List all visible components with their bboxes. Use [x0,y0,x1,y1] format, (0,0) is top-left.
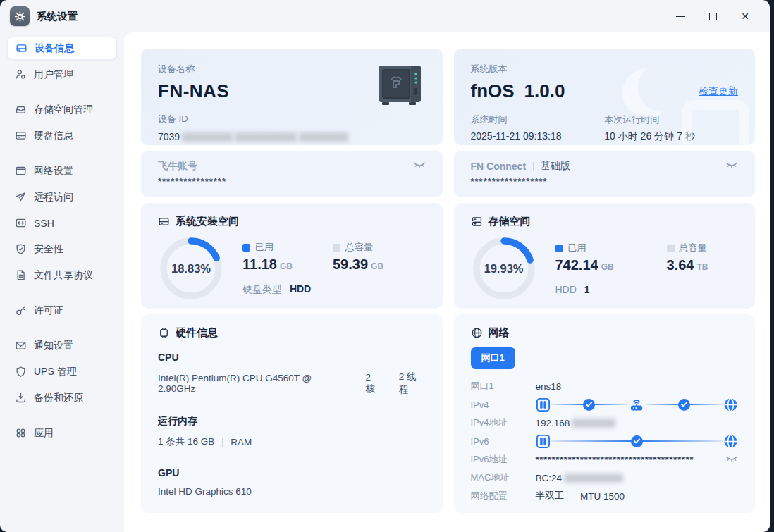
check-icon [583,399,595,411]
storage-space-percent: 19.93% [471,235,537,302]
sidebar-item-device-info[interactable]: 设备信息 [7,37,117,60]
masked-segment [235,132,297,142]
sidebar-item-ssh[interactable]: SSH [7,211,117,235]
sidebar-item-user-management[interactable]: 用户管理 [7,63,117,86]
sidebar-item-label: 许可证 [34,304,63,317]
sidebar-item-security[interactable]: 安全性 [7,237,117,261]
gear-app-icon [10,6,30,26]
device-id-label: 设备 ID [158,113,426,125]
sidebar-item-apps[interactable]: 应用 [7,421,117,445]
fn-connect-card: FN Connect 基础版 ****************** [454,151,756,197]
system-version-card: 系统版本 fnOS 1.0.0 检查更新 系统时间 2025-11-21 09:… [454,49,756,145]
feiniu-account-card: 飞牛账号 **************** [141,151,443,197]
link-segment [642,440,723,443]
maximize-icon [709,13,717,20]
license-icon [14,304,27,317]
eye-closed-icon[interactable] [725,454,738,466]
minimize-button[interactable] [664,6,696,27]
sidebar-item-network-settings[interactable]: 网络设置 [7,159,117,183]
sidebar-item-remote-access[interactable]: 远程访问 [7,185,117,209]
system-version-label: 系统版本 [471,63,739,75]
eye-closed-icon[interactable] [413,160,426,173]
masked-segment [572,419,615,428]
ipv4-topology-row: IPv4 [471,395,739,414]
gpu-label: GPU [158,467,426,478]
hardware-title: 硬件信息 [176,326,218,340]
title-bar: 系统设置 ✕ [0,0,770,32]
storage-management-icon [14,104,27,116]
sidebar-item-label: 远程访问 [34,191,73,204]
sidebar-item-notification-settings[interactable]: 通知设置 [7,334,117,357]
system-space-title: 系统安装空间 [176,215,239,228]
ipv6-address-label: IPv6地址 [471,453,536,466]
check-icon [631,435,643,447]
memory-label: 运行内存 [158,415,426,428]
decorative-crescent [622,68,672,118]
storage-space-donut: 19.93% [471,235,537,302]
sidebar: 设备信息 用户管理 存储空间管理 硬盘信息 网络设置 远程访问 [0,32,124,532]
nas-node-icon [536,397,551,412]
feiniu-account-label: 飞牛账号 [158,160,197,173]
sidebar-item-label: 设备信息 [35,42,74,55]
storage-space-card: 存储空间 19.93% 已用 742.14 [454,203,756,309]
sidebar-item-label: 硬盘信息 [34,130,73,142]
used-legend-swatch [555,245,563,252]
sidebar-item-backup-restore[interactable]: 备份和还原 [7,386,117,409]
nas-device-illustration [376,64,424,111]
link-segment [551,440,632,443]
total-label: 总容量 [345,241,373,254]
total-legend-swatch [333,244,340,252]
check-update-link[interactable]: 检查更新 [699,85,738,98]
ups-icon [14,366,27,378]
network-config-row: 网络配置 半双工 MTU 1500 [471,487,739,505]
link-segment [645,404,679,406]
internet-globe-icon [723,397,738,412]
used-value: 742.14 [555,257,598,273]
ipv6-label: IPv6 [471,436,536,447]
close-button[interactable]: ✕ [729,6,761,27]
cpu-label: CPU [158,352,426,363]
total-unit: TB [696,262,708,272]
sidebar-item-license[interactable]: 许可证 [7,299,117,322]
eye-closed-icon[interactable] [725,160,738,173]
file-sharing-icon [14,269,27,282]
disk-type-label: 硬盘类型 [242,283,282,295]
sidebar-item-file-sharing[interactable]: 文件共享协议 [7,264,117,287]
system-time-value: 2025-11-21 09:13:18 [471,130,605,142]
disk-type-value: HDD [290,283,311,295]
sidebar-item-label: 用户管理 [34,68,73,81]
fn-connect-tier: 基础版 [541,160,570,173]
device-info-card: 设备名称 FN-NAS 设备 ID 7039 [141,49,443,145]
ipv4-address-value: 192.168 [536,418,739,428]
decorative-shape [682,100,749,145]
divider [391,379,391,388]
ipv6-address-row: IPv6地址 *********************************… [471,450,739,469]
globe-icon [471,327,483,339]
system-settings-window: 系统设置 ✕ 设备信息 用户管理 存储空间管理 硬盘信息 [0,0,770,532]
sidebar-item-disk-info[interactable]: 硬盘信息 [7,124,117,147]
masked-segment [299,132,348,142]
port1-tab-button[interactable]: 网口1 [471,347,515,369]
storage-stack-icon [471,216,483,228]
window-controls: ✕ [664,6,761,27]
fn-connect-value: ****************** [471,176,739,187]
ssh-icon [14,217,27,230]
os-name: fnOS [471,80,515,102]
sidebar-item-ups-management[interactable]: UPS 管理 [7,360,117,383]
ipv4-address-row: IPv4地址 192.168 [471,414,739,432]
feiniu-account-value: **************** [158,176,426,187]
total-value: 3.64 [667,257,694,273]
apps-icon [14,427,27,440]
ipv4-label: IPv4 [471,400,536,410]
masked-segment [182,132,233,142]
fn-connect-label: FN Connect [471,161,527,172]
nas-node-icon [536,434,551,449]
sidebar-item-label: UPS 管理 [34,366,77,378]
divider [357,379,357,388]
network-settings-icon [14,165,27,178]
total-label: 总容量 [680,242,707,254]
sidebar-item-storage-management[interactable]: 存储空间管理 [7,98,117,121]
maximize-button[interactable] [696,6,729,27]
mac-address-value: BC:24 [536,473,739,483]
network-card: 网络 网口1 网口1 ens18 IPv4 [454,314,756,513]
